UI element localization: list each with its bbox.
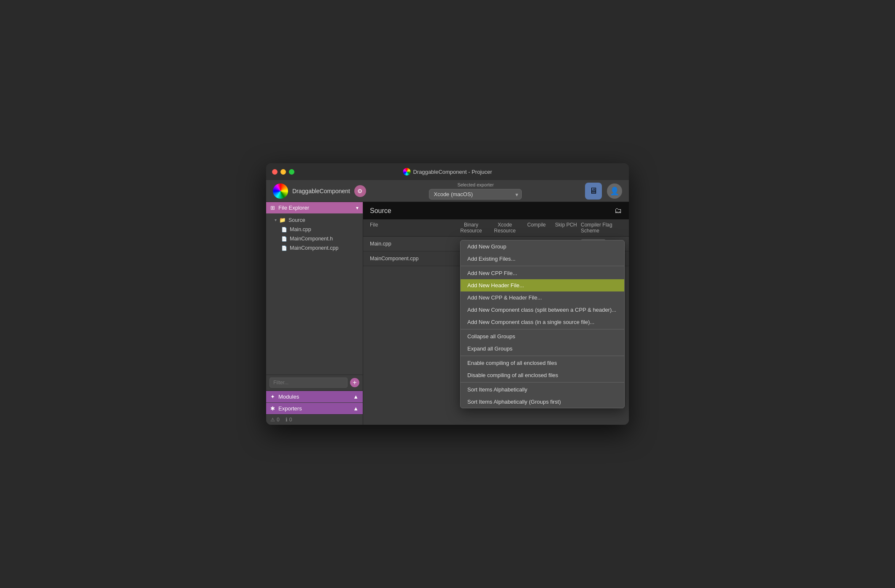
info-icon: ℹ xyxy=(286,417,288,423)
sidebar-bottom-section: ✦ Modules ▲ ✱ Exporters ▲ xyxy=(266,390,363,414)
add-button[interactable]: + xyxy=(350,378,359,387)
exporter-label: Selected exporter xyxy=(457,182,493,187)
menu-separator xyxy=(461,329,624,329)
menu-item-add-new-header[interactable]: Add New Header File... xyxy=(461,279,624,291)
filter-area: + xyxy=(266,375,363,390)
folder-icon: 📁 xyxy=(279,217,286,223)
menu-item-add-new-cpp-header[interactable]: Add New CPP & Header File... xyxy=(461,291,624,304)
file-icon: 📄 xyxy=(281,245,287,251)
content-header-icon: 🗂 xyxy=(615,206,622,215)
menu-item-expand-all[interactable]: Expand all Groups xyxy=(461,343,624,355)
file-icon: 📄 xyxy=(281,227,287,232)
titlebar: DraggableComponent - Projucer xyxy=(266,163,629,180)
projucer-icon xyxy=(403,168,410,175)
exporters-item[interactable]: ✱ Exporters ▲ xyxy=(266,403,363,414)
info-count: 0 xyxy=(289,417,292,423)
menu-item-sort-alpha[interactable]: Sort Items Alphabetically xyxy=(461,383,624,396)
content-area: Source 🗂 File Binary Resource Xcode Reso… xyxy=(363,202,629,425)
main-window: DraggableComponent - Projucer DraggableC… xyxy=(266,163,629,425)
ide-icon: 🖥 xyxy=(589,186,598,196)
exporters-icon: ✱ xyxy=(270,405,275,412)
sidebar: ⊞ File Explorer ▾ ▾ 📁 Source 📄 Main.cpp xyxy=(266,202,363,425)
col-header-flag: Compiler Flag Scheme xyxy=(581,222,622,234)
col-header-binary: Binary Resource xyxy=(454,222,488,234)
exporter-select[interactable]: Xcode (macOS) Visual Studio 2022 Linux M… xyxy=(429,189,522,200)
app-logo xyxy=(273,183,288,199)
main-layout: ⊞ File Explorer ▾ ▾ 📁 Source 📄 Main.cpp xyxy=(266,202,629,425)
modules-label: Modules xyxy=(278,394,299,400)
menu-item-disable-compiling[interactable]: Disable compiling of all enclosed files xyxy=(461,369,624,381)
exporter-select-wrap[interactable]: Xcode (macOS) Visual Studio 2022 Linux M… xyxy=(429,189,522,200)
user-avatar[interactable]: 👤 xyxy=(607,183,622,199)
sidebar-tree: ▾ 📁 Source 📄 Main.cpp 📄 MainComponent.h … xyxy=(266,213,363,375)
menu-item-sort-alpha-groups[interactable]: Sort Items Alphabetically (Groups first) xyxy=(461,396,624,408)
col-header-skippch: Skip PCH xyxy=(551,222,581,234)
menu-item-collapse-all[interactable]: Collapse all Groups xyxy=(461,330,624,343)
file-icon: 📄 xyxy=(281,236,287,242)
toolbar: DraggableComponent ⚙ Selected exporter X… xyxy=(266,180,629,202)
menu-separator xyxy=(461,356,624,356)
context-menu: Add New Group Add Existing Files... Add … xyxy=(460,240,625,408)
modules-arrow: ▲ xyxy=(353,394,359,400)
modules-item[interactable]: ✦ Modules ▲ xyxy=(266,391,363,402)
modules-icon: ✦ xyxy=(270,394,275,400)
app-logo-area: DraggableComponent ⚙ xyxy=(273,183,366,199)
traffic-lights xyxy=(272,169,294,175)
window-title: DraggableComponent - Projucer xyxy=(403,168,492,175)
file-explorer-header[interactable]: ⊞ File Explorer ▾ xyxy=(266,202,363,213)
filter-input[interactable] xyxy=(270,378,348,388)
file-name: MainComponent.cpp xyxy=(290,245,338,251)
menu-item-enable-compiling[interactable]: Enable compiling of all enclosed files xyxy=(461,357,624,369)
menu-item-add-new-cpp[interactable]: Add New CPP File... xyxy=(461,267,624,279)
content-title: Source xyxy=(370,207,391,215)
settings-button[interactable]: ⚙ xyxy=(354,185,366,197)
close-button[interactable] xyxy=(272,169,278,175)
list-item[interactable]: 📄 MainComponent.cpp xyxy=(266,243,363,253)
col-header-compile: Compile xyxy=(522,222,551,234)
exporter-area: Selected exporter Xcode (macOS) Visual S… xyxy=(371,182,580,200)
menu-item-add-new-component-split[interactable]: Add New Component class (split between a… xyxy=(461,304,624,316)
minimize-button[interactable] xyxy=(280,169,286,175)
open-ide-button[interactable]: 🖥 xyxy=(585,183,602,200)
file-name: Main.cpp xyxy=(290,227,311,232)
maximize-button[interactable] xyxy=(289,169,294,175)
content-header: Source 🗂 xyxy=(363,202,629,219)
col-header-xcode: Xcode Resource xyxy=(488,222,522,234)
exporters-label: Exporters xyxy=(278,405,302,412)
menu-separator xyxy=(461,382,624,383)
warning-icon: ⚠ xyxy=(270,417,275,423)
row-file: MainComponent.cpp xyxy=(370,256,454,262)
file-name: MainComponent.h xyxy=(290,236,333,242)
table-header: File Binary Resource Xcode Resource Comp… xyxy=(363,219,629,237)
expand-arrow-icon: ▾ xyxy=(275,218,277,222)
info-status: ℹ 0 xyxy=(286,417,292,423)
list-item[interactable]: 📄 Main.cpp xyxy=(266,225,363,234)
menu-separator xyxy=(461,266,624,266)
list-item[interactable]: 📄 MainComponent.h xyxy=(266,234,363,243)
app-name: DraggableComponent xyxy=(292,188,350,194)
exporters-arrow: ▲ xyxy=(353,405,359,412)
file-explorer-icon: ⊞ xyxy=(270,205,275,211)
status-bar: ⚠ 0 ℹ 0 xyxy=(266,414,363,425)
menu-item-add-new-group[interactable]: Add New Group xyxy=(461,240,624,253)
col-header-file: File xyxy=(370,222,454,234)
warning-count: 0 xyxy=(277,417,280,423)
row-file: Main.cpp xyxy=(370,241,454,247)
file-explorer-label: File Explorer xyxy=(278,205,309,211)
menu-item-add-existing-files[interactable]: Add Existing Files... xyxy=(461,253,624,265)
user-icon: 👤 xyxy=(610,186,619,196)
source-folder-item[interactable]: ▾ 📁 Source xyxy=(266,215,363,225)
warnings-status: ⚠ 0 xyxy=(270,417,280,423)
source-folder-label: Source xyxy=(288,217,305,223)
menu-item-add-new-component-single[interactable]: Add New Component class (in a single sou… xyxy=(461,316,624,328)
file-explorer-arrow: ▾ xyxy=(356,205,359,211)
